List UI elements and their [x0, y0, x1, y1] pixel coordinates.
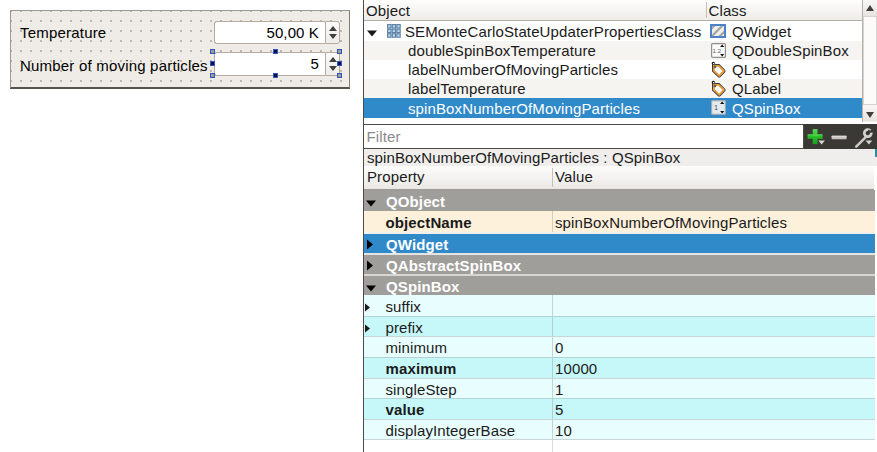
- svg-text:1.2: 1.2: [713, 47, 722, 53]
- svg-text:1: 1: [714, 104, 718, 111]
